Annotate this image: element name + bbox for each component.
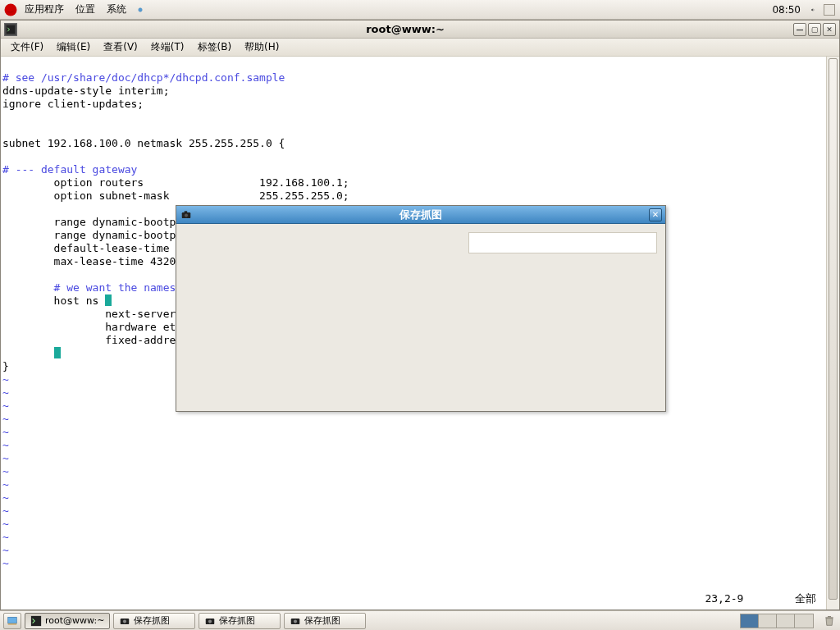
- editor-tilde: ~: [2, 518, 9, 530]
- editor-line: max-lease-time 43200;: [2, 255, 189, 267]
- editor-tilde: ~: [2, 399, 9, 412]
- editor-line: subnet 192.168.100.0 netmask 255.255.255…: [2, 137, 285, 149]
- terminal-title: root@www:~: [22, 23, 788, 35]
- editor-line: option subnet-mask 255.255.255.0;: [2, 189, 349, 202]
- taskbar-item-terminal[interactable]: root@www:~: [25, 613, 110, 629]
- editor-status-line: 23,2-9 全部: [705, 591, 816, 606]
- taskbar-item-screenshot-2[interactable]: 保存抓图: [199, 613, 281, 629]
- editor-tilde: ~: [2, 386, 9, 399]
- svg-rect-16: [828, 616, 831, 617]
- dialog-body: [176, 224, 665, 411]
- menu-help[interactable]: 帮助(H): [238, 39, 285, 56]
- editor-line: # see /usr/share/doc/dhcp*/dhcpd.conf.sa…: [2, 71, 285, 84]
- dialog-close-button[interactable]: ✕: [649, 208, 662, 221]
- taskbar-item-screenshot-3[interactable]: 保存抓图: [284, 613, 366, 629]
- svg-point-12: [208, 619, 212, 623]
- svg-rect-8: [31, 615, 41, 625]
- workspace-switcher[interactable]: [740, 614, 814, 628]
- panel-menu-applications[interactable]: 应用程序: [20, 1, 69, 18]
- taskbar-item-label: root@www:~: [45, 615, 104, 626]
- panel-menu-system[interactable]: 系统: [102, 1, 131, 18]
- taskbar-item-screenshot-1[interactable]: 保存抓图: [113, 613, 195, 629]
- editor-scroll-mode: 全部: [795, 592, 816, 605]
- dialog-title: 保存抓图: [198, 208, 644, 222]
- editor-tilde: ~: [2, 544, 9, 556]
- editor-line: }: [2, 360, 9, 372]
- svg-rect-2: [7, 25, 16, 34]
- taskbar-item-label: 保存抓图: [219, 614, 255, 627]
- editor-line: ddns-update-style interim;: [2, 84, 170, 97]
- editor-tilde: ~: [2, 504, 9, 517]
- panel-menu-places[interactable]: 位置: [71, 1, 100, 18]
- svg-rect-7: [8, 623, 17, 624]
- save-screenshot-dialog: 保存抓图 ✕: [176, 205, 666, 412]
- menu-tabs[interactable]: 标签(B): [191, 39, 239, 56]
- editor-line: fixed-address: [2, 334, 195, 346]
- editor-line: ignore client-updates;: [2, 98, 144, 110]
- editor-tilde: ~: [2, 557, 9, 569]
- trash-icon[interactable]: [822, 614, 837, 628]
- editor-mark-cursor: [54, 347, 61, 358]
- window-minimize-button[interactable]: —: [793, 23, 806, 36]
- editor-tilde: ~: [2, 531, 9, 543]
- dialog-titlebar[interactable]: 保存抓图 ✕: [176, 206, 665, 224]
- gnome-bottom-panel: root@www:~ 保存抓图 保存抓图 保存抓图: [0, 610, 840, 630]
- distro-logo-icon[interactable]: [3, 2, 18, 17]
- editor-tilde: ~: [2, 465, 9, 477]
- editor-line: option routers 192.168.100.1;: [2, 176, 349, 189]
- editor-line: # we want the nameserv: [2, 281, 195, 294]
- svg-rect-6: [8, 617, 17, 623]
- taskbar-item-label: 保存抓图: [304, 614, 340, 627]
- workspace-1[interactable]: [741, 614, 759, 628]
- svg-rect-5: [185, 211, 188, 212]
- svg-point-0: [5, 3, 17, 16]
- editor-tilde: ~: [2, 491, 9, 504]
- volume-icon[interactable]: [806, 2, 820, 17]
- workspace-2[interactable]: [759, 614, 777, 628]
- editor-cursor-position: 23,2-9: [705, 592, 743, 605]
- editor-line: # --- default gateway: [2, 163, 137, 176]
- terminal-scrollbar[interactable]: [826, 57, 839, 609]
- camera-icon: [119, 615, 130, 627]
- menu-file[interactable]: 文件(F): [4, 39, 50, 56]
- window-close-button[interactable]: ✕: [823, 23, 836, 36]
- workspace-3[interactable]: [777, 614, 795, 628]
- editor-line: range dynamic-bootp 19: [2, 229, 195, 241]
- svg-rect-15: [825, 617, 833, 618]
- panel-clock[interactable]: 08:50: [769, 4, 804, 16]
- editor-line: range dynamic-bootp 19: [2, 216, 195, 228]
- editor-line: hardware ether: [2, 321, 195, 333]
- editor-tilde: ~: [2, 439, 9, 451]
- editor-tilde: ~: [2, 413, 9, 425]
- browser-launcher-icon[interactable]: [133, 2, 148, 17]
- tray-placeholder: [824, 4, 835, 16]
- editor-tilde: ~: [2, 426, 9, 438]
- gnome-top-panel: 应用程序 位置 系统 08:50: [0, 0, 840, 20]
- menu-edit[interactable]: 编辑(E): [50, 39, 97, 56]
- editor-line: default-lease-time 216: [2, 242, 195, 254]
- terminal-menubar: 文件(F) 编辑(E) 查看(V) 终端(T) 标签(B) 帮助(H): [1, 39, 839, 57]
- menu-terminal[interactable]: 终端(T): [144, 39, 191, 56]
- terminal-titlebar[interactable]: root@www:~ — ▢ ✕: [1, 21, 839, 39]
- editor-cursor: [105, 294, 112, 306]
- svg-point-14: [294, 619, 297, 623]
- workspace-4[interactable]: [795, 614, 813, 628]
- taskbar-item-label: 保存抓图: [134, 614, 170, 627]
- show-desktop-button[interactable]: [3, 613, 21, 629]
- editor-tilde: ~: [2, 373, 9, 386]
- editor-line: next-server ma: [2, 308, 195, 320]
- editor-line: host ns: [2, 294, 105, 307]
- editor-line: [2, 347, 54, 359]
- terminal-app-icon: [4, 23, 17, 36]
- camera-icon: [180, 208, 193, 221]
- camera-icon: [290, 615, 301, 627]
- scrollbar-thumb[interactable]: [829, 58, 838, 600]
- window-maximize-button[interactable]: ▢: [808, 23, 821, 36]
- editor-tilde: ~: [2, 478, 9, 491]
- terminal-icon: [30, 615, 42, 627]
- dialog-filename-input[interactable]: [468, 232, 657, 253]
- menu-view[interactable]: 查看(V): [97, 39, 144, 56]
- svg-point-10: [123, 619, 126, 623]
- editor-tilde: ~: [2, 452, 9, 464]
- svg-point-4: [185, 213, 188, 217]
